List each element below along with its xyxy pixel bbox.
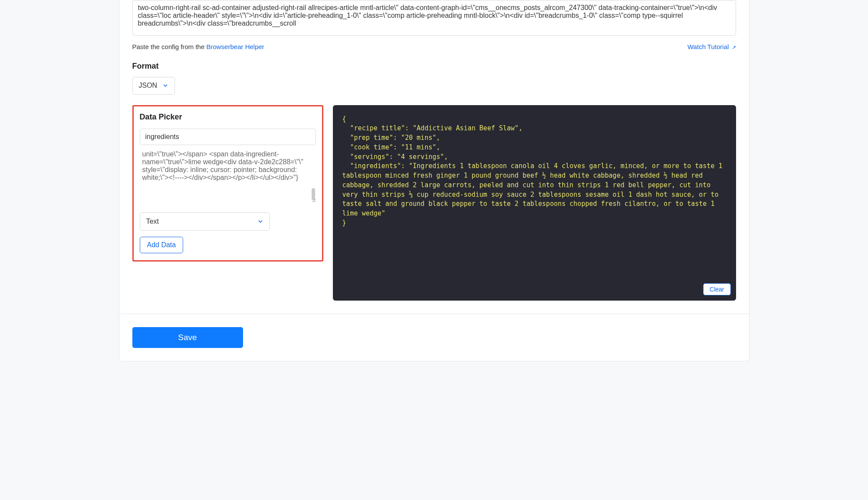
data-type-selected-value: Text — [146, 217, 159, 226]
save-button[interactable]: Save — [132, 327, 243, 348]
format-label: Format — [132, 61, 736, 72]
output-json-panel: { "recipe title": "Addictive Asian Beef … — [333, 105, 736, 301]
watch-tutorial-link[interactable]: Watch Tutorial ↗ — [687, 42, 736, 51]
picker-html-textarea[interactable] — [140, 150, 316, 202]
config-textarea[interactable] — [132, 0, 736, 36]
browserbear-helper-link[interactable]: Browserbear Helper — [206, 43, 264, 50]
chevron-down-icon — [257, 219, 263, 225]
chevron-down-icon — [162, 83, 168, 89]
helper-row: Paste the config from the Browserbear He… — [132, 42, 736, 51]
data-picker-title: Data Picker — [140, 112, 316, 123]
format-select[interactable]: JSON — [132, 77, 175, 94]
data-type-select[interactable]: Text — [140, 212, 270, 231]
external-link-icon: ↗ — [732, 44, 736, 50]
output-json-text: { "recipe title": "Addictive Asian Beef … — [342, 115, 727, 227]
format-selected-value: JSON — [139, 81, 158, 90]
picker-name-input[interactable] — [140, 129, 316, 145]
data-picker-panel: Data Picker Text Add Data — [132, 105, 323, 262]
add-data-button[interactable]: Add Data — [140, 237, 184, 253]
scrollbar-thumb[interactable] — [312, 188, 315, 200]
clear-button[interactable]: Clear — [703, 283, 730, 295]
helper-text: Paste the config from the Browserbear He… — [132, 42, 264, 51]
